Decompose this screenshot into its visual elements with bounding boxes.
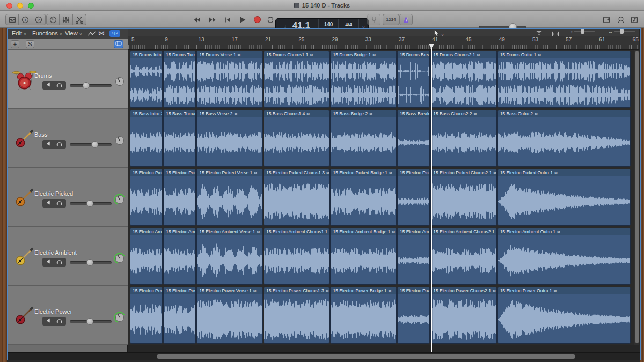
region[interactable]: 15 Drums Outro.1∞ — [497, 51, 631, 108]
region[interactable]: 15 Electric Picked Chorus1.3∞ — [264, 169, 330, 226]
mixer-button[interactable] — [60, 14, 73, 25]
region[interactable]: 15 Electric Ambient Bridge.1∞ — [330, 228, 396, 285]
rewind-button[interactable] — [191, 14, 203, 25]
inspector-button[interactable]: i — [19, 14, 32, 25]
solo-button[interactable] — [56, 139, 63, 149]
vertical-zoom-slider[interactable]: ↕ — [570, 29, 595, 34]
mute-button[interactable] — [46, 316, 53, 326]
region[interactable]: 15 Electric Picked Bridge.1∞ — [330, 169, 396, 226]
region[interactable]: 15 Electric Picked — [163, 169, 196, 226]
vertical-scrollbar[interactable] — [634, 50, 639, 345]
track-name[interactable]: Drums — [34, 72, 52, 79]
catch-playhead-button[interactable]: ›T‹ — [109, 30, 120, 37]
region[interactable]: 15 Bass Intro.2 — [130, 110, 163, 167]
track-header-bass[interactable]: Bass — [8, 109, 128, 168]
region[interactable]: 15 Drums Verse.1∞ — [196, 51, 262, 108]
region[interactable]: 15 Electric Picked Chorus2.1∞ — [430, 169, 496, 226]
track-header-electric-ambient[interactable]: Electric Ambient — [8, 227, 128, 286]
track-volume-slider[interactable] — [70, 200, 112, 206]
play-button[interactable] — [236, 14, 249, 25]
region[interactable]: 15 Bass Outro.2∞ — [497, 110, 631, 167]
region[interactable]: 15 Electric Power Bridge.1∞ — [330, 287, 396, 344]
region[interactable]: 15 Electric Ambie — [163, 228, 196, 285]
loop-browser-button[interactable] — [614, 14, 627, 25]
pan-knob[interactable] — [114, 135, 126, 146]
mute-button[interactable] — [46, 198, 53, 208]
horizontal-zoom-slider[interactable]: ↔ — [608, 29, 635, 34]
region[interactable]: 15 Electric Picked — [130, 169, 163, 226]
media-browser-button[interactable] — [628, 14, 641, 25]
region[interactable]: 15 Electric Power Verse.1∞ — [196, 287, 262, 344]
region[interactable]: 15 Drums Bridge.1∞ — [330, 51, 396, 108]
automation-button[interactable] — [87, 31, 97, 38]
fast-forward-button[interactable] — [206, 14, 219, 25]
quick-help-button[interactable]: ? — [32, 14, 46, 25]
region[interactable]: 15 Bass Turnarou — [163, 110, 196, 167]
track-volume-thumb[interactable] — [86, 200, 93, 207]
region-inspector-button[interactable] — [114, 40, 123, 48]
region[interactable]: 15 Electric Power — [130, 287, 163, 344]
solo-button[interactable] — [56, 198, 63, 208]
region[interactable]: 15 Electric Ambie — [397, 228, 430, 285]
horizontal-scrollbar[interactable] — [8, 352, 640, 360]
region[interactable]: 15 Electric Picked Outro.1∞ — [497, 169, 631, 226]
pan-knob[interactable] — [114, 76, 126, 87]
region[interactable]: 15 Bass Chorus1.4∞ — [264, 110, 330, 167]
region[interactable]: 15 Electric Ambie — [130, 228, 163, 285]
region[interactable]: 15 Drums Breakd — [397, 51, 430, 108]
metronome-button[interactable] — [399, 14, 413, 25]
track-volume-slider[interactable] — [70, 82, 112, 88]
track-name[interactable]: Bass — [34, 131, 47, 138]
track-volume-thumb[interactable] — [91, 141, 98, 148]
region[interactable]: 15 Drums Intro.1 — [130, 51, 163, 108]
region[interactable]: 15 Bass Bridge.2∞ — [330, 110, 396, 167]
mute-button[interactable] — [46, 139, 53, 149]
track-volume-slider[interactable] — [70, 141, 112, 147]
mute-button[interactable] — [46, 80, 53, 90]
track-volume-thumb[interactable] — [86, 318, 93, 325]
vertical-zoom-thumb[interactable] — [581, 29, 584, 34]
library-button[interactable] — [5, 14, 19, 25]
view-menu[interactable]: View∨ — [65, 30, 82, 36]
horizontal-scrollbar-thumb[interactable] — [157, 354, 575, 359]
vertical-scrollbar-thumb[interactable] — [635, 51, 639, 343]
solo-button[interactable] — [56, 80, 63, 90]
region[interactable]: 15 Electric Power Outro.1∞ — [497, 287, 631, 344]
record-button[interactable] — [251, 14, 264, 25]
flex-button[interactable]: ⋈ — [98, 29, 105, 37]
solo-button[interactable] — [56, 257, 63, 267]
track-volume-slider[interactable] — [70, 318, 112, 324]
pan-knob[interactable] — [114, 253, 126, 264]
track-volume-thumb[interactable] — [83, 82, 90, 89]
functions-menu[interactable]: Functions∨ — [32, 30, 62, 36]
region[interactable]: 15 Drums Chorus1.1∞ — [264, 51, 330, 108]
tuner-button[interactable] — [367, 14, 380, 25]
region[interactable]: 15 Electric Ambient Chorus2.1∞ — [430, 228, 496, 285]
track-name[interactable]: Electric Power — [34, 308, 72, 315]
count-in-button[interactable]: 1234 — [383, 14, 399, 25]
region[interactable]: 15 Electric Picked — [397, 169, 430, 226]
region[interactable]: 15 Electric Power — [163, 287, 196, 344]
track-header-electric-power[interactable]: Electric Power — [8, 286, 128, 345]
region[interactable]: 15 Bass Chorus2.2∞ — [430, 110, 496, 167]
region[interactable]: 15 Electric Ambient Outro.1∞ — [497, 228, 631, 285]
region[interactable]: 15 Bass Verse.2∞ — [196, 110, 262, 167]
master-solo-button[interactable]: S — [26, 40, 34, 48]
track-name[interactable]: Electric Picked — [34, 190, 73, 197]
editors-button[interactable] — [73, 14, 86, 25]
track-volume-slider[interactable] — [70, 259, 112, 265]
region[interactable]: 15 Drums Turnaro — [163, 51, 196, 108]
region[interactable]: 15 Electric Power Chorus2.1∞ — [430, 287, 496, 344]
pan-knob[interactable] — [114, 312, 126, 323]
horizontal-zoom-thumb[interactable] — [620, 29, 624, 34]
pan-knob[interactable] — [114, 194, 126, 205]
region[interactable]: 15 Electric Power Chorus1.3∞ — [264, 287, 330, 344]
region[interactable]: 15 Electric Picked Verse.1∞ — [196, 169, 262, 226]
region[interactable]: 15 Bass Breakdo — [397, 110, 430, 167]
track-header-electric-picked[interactable]: Electric Picked — [8, 168, 128, 227]
playhead-marker[interactable] — [429, 44, 434, 48]
region[interactable]: 15 Electric Ambient Verse.1∞ — [196, 228, 262, 285]
region[interactable]: 15 Electric Ambient Chorus1.1∞ — [264, 228, 330, 285]
note-pad-button[interactable] — [600, 14, 613, 25]
track-header-drums[interactable]: Drums — [8, 50, 128, 109]
